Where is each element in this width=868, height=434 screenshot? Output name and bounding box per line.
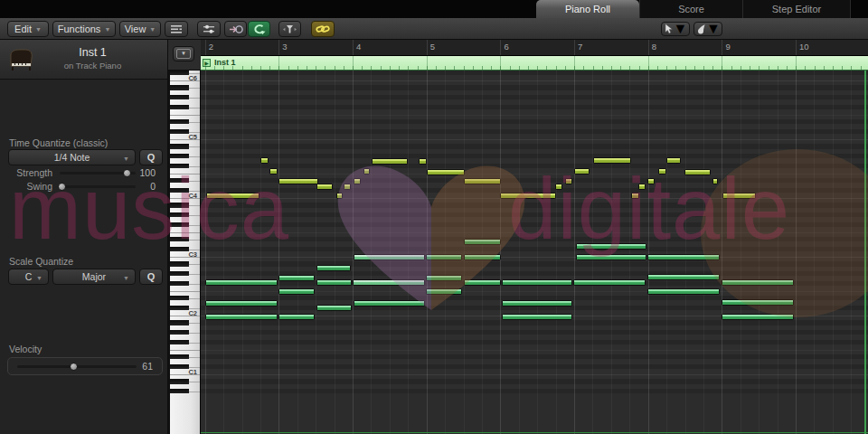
midi-note[interactable] [502, 279, 572, 286]
view-list-button[interactable] [165, 21, 188, 37]
black-key[interactable] [170, 389, 189, 393]
midi-note[interactable] [684, 169, 711, 175]
midi-note[interactable] [712, 178, 718, 184]
black-key[interactable] [170, 119, 189, 124]
midi-note[interactable] [464, 178, 501, 184]
midi-note[interactable] [206, 193, 259, 199]
midi-note[interactable] [502, 314, 572, 320]
velocity-slider[interactable] [17, 365, 137, 368]
midi-note[interactable] [647, 274, 720, 280]
catch-playhead-button[interactable] [248, 21, 270, 37]
tab-piano-roll[interactable]: Piano Roll [536, 0, 639, 18]
midi-note[interactable] [316, 279, 352, 286]
midi-note[interactable] [354, 254, 425, 260]
midi-note[interactable] [593, 157, 631, 164]
black-key[interactable] [170, 330, 189, 335]
midi-note[interactable] [205, 300, 278, 307]
midi-filter-button[interactable] [278, 21, 301, 37]
midi-note[interactable] [316, 265, 351, 271]
black-key[interactable] [170, 95, 189, 99]
black-key[interactable] [170, 188, 189, 193]
black-key[interactable] [170, 340, 189, 344]
midi-note[interactable] [419, 158, 427, 165]
midi-note[interactable] [647, 288, 720, 295]
event-details-button[interactable] [197, 21, 221, 37]
midi-note[interactable] [316, 305, 352, 311]
midi-note[interactable] [354, 300, 425, 307]
view-options-button[interactable]: ▼ [173, 46, 194, 61]
black-key[interactable] [170, 261, 189, 266]
black-key[interactable] [170, 178, 189, 183]
black-key[interactable] [170, 85, 189, 90]
midi-note[interactable] [344, 184, 351, 190]
midi-note[interactable] [205, 279, 278, 286]
brush-tool-button[interactable]: ▼ [693, 22, 722, 36]
midi-note[interactable] [658, 168, 666, 175]
midi-note[interactable] [426, 275, 462, 281]
pointer-tool-button[interactable]: ▼ [661, 22, 690, 36]
midi-note[interactable] [638, 184, 646, 190]
midi-note[interactable] [353, 279, 425, 286]
midi-note[interactable] [576, 243, 646, 250]
midi-note[interactable] [464, 279, 501, 286]
midi-note[interactable] [574, 168, 590, 175]
swing-slider[interactable] [60, 185, 136, 188]
midi-note[interactable] [722, 193, 756, 199]
black-key[interactable] [170, 144, 189, 148]
black-key[interactable] [170, 354, 189, 359]
midi-note[interactable] [278, 314, 315, 320]
black-key[interactable] [170, 364, 189, 369]
swing-slider-thumb[interactable] [58, 183, 66, 191]
black-key[interactable] [170, 71, 189, 75]
midi-note[interactable] [278, 275, 315, 281]
midi-note[interactable] [576, 254, 646, 260]
midi-note[interactable] [666, 157, 681, 164]
midi-note[interactable] [500, 193, 556, 199]
midi-note[interactable] [426, 254, 462, 260]
black-key[interactable] [170, 271, 189, 276]
midi-note[interactable] [722, 279, 794, 286]
functions-menu-button[interactable]: Functions▼ [52, 21, 116, 37]
midi-note[interactable] [502, 300, 572, 307]
scale-key-dropdown[interactable]: C ▼ [8, 269, 49, 285]
black-key[interactable] [170, 129, 189, 134]
midi-note[interactable] [565, 178, 572, 184]
midi-note[interactable] [205, 314, 278, 320]
midi-note[interactable] [464, 239, 501, 245]
black-key[interactable] [170, 306, 189, 310]
tab-score[interactable]: Score [639, 0, 742, 18]
time-quantize-apply-button[interactable]: Q [139, 149, 163, 165]
black-key[interactable] [170, 154, 189, 158]
view-menu-button[interactable]: View▼ [119, 21, 161, 37]
midi-note[interactable] [573, 279, 646, 286]
black-key[interactable] [170, 281, 189, 286]
black-key[interactable] [170, 247, 189, 251]
midi-note[interactable] [269, 168, 278, 175]
midi-note[interactable] [647, 178, 655, 184]
midi-note[interactable] [426, 288, 462, 295]
bar-ruler[interactable]: 2345678910 [201, 40, 868, 56]
black-key[interactable] [170, 105, 189, 109]
black-key[interactable] [170, 296, 189, 300]
black-key[interactable] [170, 237, 189, 241]
velocity-slider-thumb[interactable] [70, 363, 78, 371]
midi-note[interactable] [555, 184, 562, 190]
midi-note[interactable] [363, 168, 370, 175]
midi-note[interactable] [722, 299, 794, 306]
midi-note[interactable] [372, 158, 408, 165]
midi-in-button[interactable] [224, 21, 247, 37]
midi-note[interactable] [354, 178, 361, 184]
midi-note[interactable] [278, 178, 318, 184]
midi-note[interactable] [316, 184, 333, 190]
note-grid[interactable] [201, 71, 868, 434]
scale-mode-dropdown[interactable]: Major ▼ [52, 269, 136, 285]
time-quantize-dropdown[interactable]: 1/4 Note ▼ [8, 149, 136, 165]
black-key[interactable] [170, 203, 189, 207]
midi-note[interactable] [722, 314, 794, 320]
black-key[interactable] [170, 222, 189, 227]
midi-note[interactable] [464, 254, 501, 260]
edit-menu-button[interactable]: Edit▼ [7, 21, 49, 37]
midi-note[interactable] [647, 254, 720, 260]
midi-note[interactable] [278, 288, 315, 295]
black-key[interactable] [170, 164, 189, 168]
